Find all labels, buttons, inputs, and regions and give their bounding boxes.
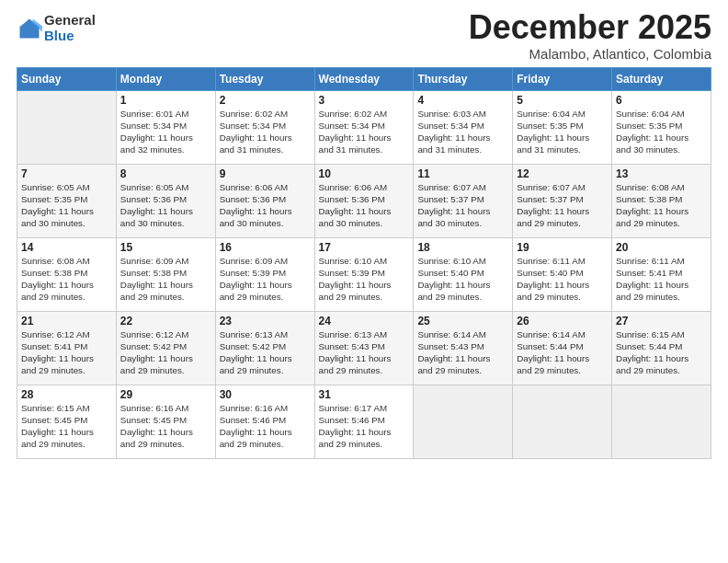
cell-info: Sunrise: 6:05 AM Sunset: 5:36 PM Dayligh… — [120, 181, 211, 230]
cell-info: Sunrise: 6:09 AM Sunset: 5:38 PM Dayligh… — [120, 255, 211, 304]
cell-info: Sunrise: 6:12 AM Sunset: 5:41 PM Dayligh… — [21, 328, 112, 377]
cell-date: 30 — [220, 388, 311, 401]
cell-info: Sunrise: 6:12 AM Sunset: 5:42 PM Dayligh… — [120, 328, 211, 377]
weekday-header: Thursday — [414, 67, 513, 90]
calendar-cell: 26Sunrise: 6:14 AM Sunset: 5:44 PM Dayli… — [513, 311, 612, 385]
cell-date: 1 — [120, 94, 211, 107]
calendar-cell: 11Sunrise: 6:07 AM Sunset: 5:37 PM Dayli… — [414, 164, 513, 237]
calendar-cell: 21Sunrise: 6:12 AM Sunset: 5:41 PM Dayli… — [17, 311, 117, 385]
calendar-cell: 12Sunrise: 6:07 AM Sunset: 5:37 PM Dayli… — [513, 164, 612, 237]
cell-date: 10 — [319, 167, 410, 180]
cell-info: Sunrise: 6:13 AM Sunset: 5:42 PM Dayligh… — [220, 328, 311, 377]
weekday-header: Tuesday — [215, 67, 314, 90]
calendar-week: 1Sunrise: 6:01 AM Sunset: 5:34 PM Daylig… — [17, 90, 711, 164]
calendar-cell: 7Sunrise: 6:05 AM Sunset: 5:35 PM Daylig… — [17, 164, 117, 237]
cell-info: Sunrise: 6:11 AM Sunset: 5:40 PM Dayligh… — [517, 255, 608, 304]
cell-info: Sunrise: 6:06 AM Sunset: 5:36 PM Dayligh… — [319, 181, 410, 230]
cell-date: 31 — [319, 388, 410, 401]
calendar-cell: 9Sunrise: 6:06 AM Sunset: 5:36 PM Daylig… — [215, 164, 314, 237]
calendar-cell: 8Sunrise: 6:05 AM Sunset: 5:36 PM Daylig… — [116, 164, 215, 237]
calendar-cell: 16Sunrise: 6:09 AM Sunset: 5:39 PM Dayli… — [215, 237, 314, 311]
weekday-header: Saturday — [612, 67, 711, 90]
calendar-cell: 1Sunrise: 6:01 AM Sunset: 5:34 PM Daylig… — [116, 90, 215, 164]
logo-icon — [17, 16, 42, 41]
cell-date: 27 — [616, 315, 707, 327]
cell-info: Sunrise: 6:02 AM Sunset: 5:34 PM Dayligh… — [319, 108, 410, 156]
subtitle: Malambo, Atlantico, Colombia — [469, 46, 711, 62]
calendar-cell: 24Sunrise: 6:13 AM Sunset: 5:43 PM Dayli… — [314, 311, 414, 385]
cell-date: 26 — [517, 315, 608, 327]
cell-date: 23 — [220, 315, 311, 327]
calendar-cell: 13Sunrise: 6:08 AM Sunset: 5:38 PM Dayli… — [612, 164, 711, 237]
cell-date: 19 — [517, 241, 608, 254]
calendar-week: 14Sunrise: 6:08 AM Sunset: 5:38 PM Dayli… — [17, 237, 711, 311]
calendar-header: SundayMondayTuesdayWednesdayThursdayFrid… — [17, 67, 711, 90]
cell-info: Sunrise: 6:14 AM Sunset: 5:43 PM Dayligh… — [417, 328, 508, 377]
cell-date: 21 — [21, 315, 112, 327]
cell-date: 22 — [120, 315, 211, 327]
calendar-cell: 25Sunrise: 6:14 AM Sunset: 5:43 PM Dayli… — [414, 311, 513, 385]
cell-info: Sunrise: 6:07 AM Sunset: 5:37 PM Dayligh… — [417, 181, 508, 230]
calendar-cell: 5Sunrise: 6:04 AM Sunset: 5:35 PM Daylig… — [513, 90, 612, 164]
cell-info: Sunrise: 6:07 AM Sunset: 5:37 PM Dayligh… — [517, 181, 608, 230]
cell-date: 25 — [417, 315, 508, 327]
calendar-cell: 28Sunrise: 6:15 AM Sunset: 5:45 PM Dayli… — [17, 385, 117, 458]
cell-date: 6 — [616, 94, 707, 107]
weekday-header: Monday — [116, 67, 215, 90]
cell-info: Sunrise: 6:08 AM Sunset: 5:38 PM Dayligh… — [616, 181, 707, 230]
logo: General Blue — [17, 13, 96, 43]
cell-date: 13 — [616, 167, 707, 180]
cell-info: Sunrise: 6:11 AM Sunset: 5:41 PM Dayligh… — [616, 255, 707, 304]
calendar-cell: 3Sunrise: 6:02 AM Sunset: 5:34 PM Daylig… — [314, 90, 414, 164]
cell-info: Sunrise: 6:03 AM Sunset: 5:34 PM Dayligh… — [417, 108, 508, 156]
cell-date: 16 — [220, 241, 311, 254]
cell-date: 11 — [417, 167, 508, 180]
calendar-cell: 30Sunrise: 6:16 AM Sunset: 5:46 PM Dayli… — [215, 385, 314, 458]
cell-date: 4 — [417, 94, 508, 107]
title-block: December 2025 Malambo, Atlantico, Colomb… — [469, 9, 711, 62]
header: General Blue December 2025 Malambo, Atla… — [17, 9, 711, 62]
cell-date: 9 — [220, 167, 311, 180]
cell-info: Sunrise: 6:13 AM Sunset: 5:43 PM Dayligh… — [319, 328, 410, 377]
calendar-cell: 29Sunrise: 6:16 AM Sunset: 5:45 PM Dayli… — [116, 385, 215, 458]
logo-blue: Blue — [44, 29, 96, 44]
cell-date: 2 — [220, 94, 311, 107]
cell-date: 5 — [517, 94, 608, 107]
calendar-cell: 19Sunrise: 6:11 AM Sunset: 5:40 PM Dayli… — [513, 237, 612, 311]
calendar-cell: 18Sunrise: 6:10 AM Sunset: 5:40 PM Dayli… — [414, 237, 513, 311]
logo-general: General — [44, 13, 96, 29]
cell-date: 20 — [616, 241, 707, 254]
weekday-header: Wednesday — [314, 67, 414, 90]
calendar-cell: 15Sunrise: 6:09 AM Sunset: 5:38 PM Dayli… — [116, 237, 215, 311]
calendar-cell: 10Sunrise: 6:06 AM Sunset: 5:36 PM Dayli… — [314, 164, 414, 237]
cell-info: Sunrise: 6:02 AM Sunset: 5:34 PM Dayligh… — [220, 108, 311, 156]
calendar-cell — [17, 90, 117, 164]
cell-date: 14 — [21, 241, 112, 254]
weekday-header: Sunday — [17, 67, 117, 90]
cell-info: Sunrise: 6:10 AM Sunset: 5:40 PM Dayligh… — [417, 255, 508, 304]
calendar-cell: 22Sunrise: 6:12 AM Sunset: 5:42 PM Dayli… — [116, 311, 215, 385]
cell-info: Sunrise: 6:01 AM Sunset: 5:34 PM Dayligh… — [120, 108, 211, 156]
calendar-cell: 6Sunrise: 6:04 AM Sunset: 5:35 PM Daylig… — [612, 90, 711, 164]
cell-date: 17 — [319, 241, 410, 254]
cell-info: Sunrise: 6:15 AM Sunset: 5:45 PM Dayligh… — [21, 402, 112, 451]
cell-date: 8 — [120, 167, 211, 180]
calendar-cell: 14Sunrise: 6:08 AM Sunset: 5:38 PM Dayli… — [17, 237, 117, 311]
calendar-cell — [513, 385, 612, 458]
cell-info: Sunrise: 6:09 AM Sunset: 5:39 PM Dayligh… — [220, 255, 311, 304]
calendar-week: 21Sunrise: 6:12 AM Sunset: 5:41 PM Dayli… — [17, 311, 711, 385]
cell-info: Sunrise: 6:04 AM Sunset: 5:35 PM Dayligh… — [616, 108, 707, 156]
cell-info: Sunrise: 6:16 AM Sunset: 5:45 PM Dayligh… — [120, 402, 211, 451]
cell-info: Sunrise: 6:17 AM Sunset: 5:46 PM Dayligh… — [319, 402, 410, 451]
calendar-cell: 20Sunrise: 6:11 AM Sunset: 5:41 PM Dayli… — [612, 237, 711, 311]
cell-date: 15 — [120, 241, 211, 254]
calendar-body: 1Sunrise: 6:01 AM Sunset: 5:34 PM Daylig… — [17, 90, 711, 458]
calendar-cell — [414, 385, 513, 458]
cell-date: 28 — [21, 388, 112, 401]
calendar-week: 7Sunrise: 6:05 AM Sunset: 5:35 PM Daylig… — [17, 164, 711, 237]
calendar-cell — [612, 385, 711, 458]
calendar-cell: 31Sunrise: 6:17 AM Sunset: 5:46 PM Dayli… — [314, 385, 414, 458]
calendar-week: 28Sunrise: 6:15 AM Sunset: 5:45 PM Dayli… — [17, 385, 711, 458]
cell-date: 3 — [319, 94, 410, 107]
cell-date: 12 — [517, 167, 608, 180]
